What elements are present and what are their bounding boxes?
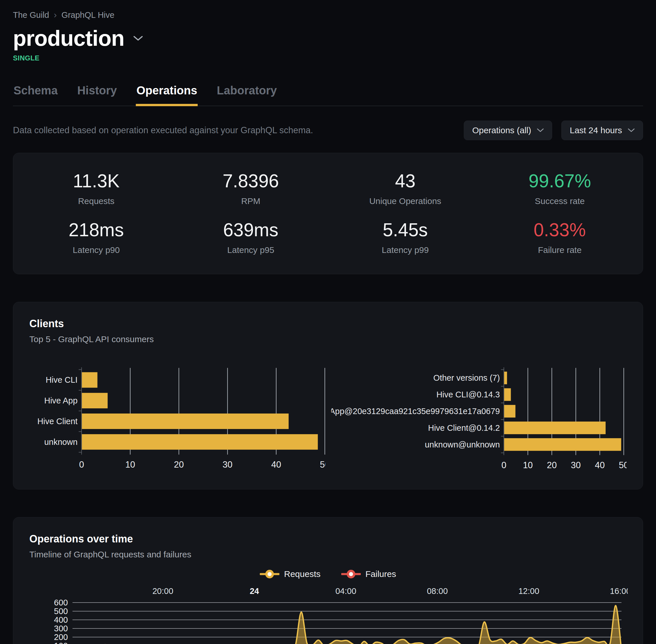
stats-summary-card: 11.3K Requests 7.8396 RPM 43 Unique Oper… [13,153,643,274]
stat-label: RPM [173,196,328,206]
svg-text:16:00: 16:00 [610,586,628,596]
svg-text:50: 50 [320,460,325,469]
stat-requests: 11.3K Requests [19,170,173,206]
stat-value: 11.3K [19,170,173,192]
clients-bar-chart-by-version: Other versions (7)Hive CLI@0.14.3Hive Ap… [331,363,627,473]
stat-value: 5.45s [328,219,483,240]
operations-filter-dropdown[interactable]: Operations (all) [464,120,552,140]
stat-latency-p99: 5.45s Latency p99 [328,219,483,255]
operations-timeline-chart: 010020030040050060020:0020:00242404:0004… [29,586,628,644]
stat-unique-operations: 43 Unique Operations [328,170,483,206]
stat-label: Requests [19,196,173,206]
svg-text:20:00: 20:00 [153,586,173,596]
svg-text:0: 0 [79,460,84,469]
line-series-marker-icon [341,570,361,579]
svg-text:Other versions (7): Other versions (7) [433,373,500,383]
time-range-dropdown[interactable]: Last 24 hours [561,120,643,140]
target-mode-badge: SINGLE [13,54,643,62]
svg-text:24: 24 [250,586,259,596]
svg-text:40: 40 [271,460,281,469]
svg-text:20: 20 [547,460,557,470]
svg-text:20: 20 [174,460,184,469]
svg-text:30: 30 [571,460,581,470]
svg-text:50: 50 [619,460,627,470]
stat-label: Failure rate [483,245,637,255]
stat-label: Latency p90 [19,245,173,255]
svg-text:40: 40 [595,460,605,470]
chevron-down-icon [628,128,635,132]
svg-text:Hive Client@0.14.2: Hive Client@0.14.2 [428,423,500,433]
page: The Guild › GraphQL Hive production SING… [0,0,656,644]
chart-legend: Requests Failures [29,569,627,579]
stat-failure-rate: 0.33% Failure rate [483,219,637,255]
svg-text:500: 500 [54,606,68,616]
stat-value: 639ms [173,219,328,240]
svg-text:200: 200 [54,632,68,642]
stat-value: 7.8396 [173,170,328,192]
svg-text:08:00: 08:00 [427,586,448,596]
breadcrumb: The Guild › GraphQL Hive [13,10,643,20]
legend-item-requests[interactable]: Requests [260,569,321,579]
svg-text:600: 600 [54,598,68,607]
svg-text:10: 10 [125,460,135,469]
svg-text:30: 30 [223,460,233,469]
stat-label: Latency p95 [173,245,328,255]
stat-success-rate: 99.67% Success rate [483,170,637,206]
svg-text:300: 300 [54,624,68,633]
clients-card: Clients Top 5 - GraphQL API consumers Hi… [13,302,643,489]
line-series-marker-icon [260,570,279,579]
tab-history[interactable]: History [76,84,117,106]
operations-card-subtitle: Timeline of GraphQL requests and failure… [29,550,627,559]
stat-value: 218ms [19,219,173,240]
svg-text:unknown: unknown [44,437,78,446]
time-range-label: Last 24 hours [570,125,622,135]
stat-rpm: 7.8396 RPM [173,170,328,206]
stat-label: Unique Operations [328,196,483,206]
clients-bar-chart-by-name: Hive CLIHive AppHive Clientunknown010203… [29,363,325,473]
legend-item-failures[interactable]: Failures [341,569,396,579]
tab-schema[interactable]: Schema [13,84,58,106]
svg-text:Hive App: Hive App [44,396,78,405]
legend-label: Requests [284,569,321,579]
breadcrumb-org-link[interactable]: The Guild [13,10,49,20]
svg-text:04:00: 04:00 [335,586,356,596]
svg-text:10: 10 [523,460,533,470]
operations-filter-label: Operations (all) [472,125,531,135]
stat-latency-p90: 218ms Latency p90 [19,219,173,255]
tab-operations[interactable]: Operations [136,84,198,106]
operations-card-title: Operations over time [29,533,627,545]
target-selector-chevron-down-icon[interactable] [133,35,143,42]
breadcrumb-project-link[interactable]: GraphQL Hive [61,10,114,20]
stat-value: 0.33% [483,219,637,240]
svg-text:Hive App@20e3129caa921c35e9979: Hive App@20e3129caa921c35e9979631e17a067… [331,407,500,416]
page-title: production [13,26,124,51]
operations-over-time-card: Operations over time Timeline of GraphQL… [13,517,643,644]
svg-text:Hive CLI@0.14.3: Hive CLI@0.14.3 [437,390,500,399]
chevron-down-icon [537,128,544,132]
svg-text:0: 0 [501,460,507,470]
svg-text:12:00: 12:00 [518,586,539,596]
stat-latency-p95: 639ms Latency p95 [173,219,328,255]
tab-bar: Schema History Operations Laboratory [13,84,643,106]
svg-text:unknown@unknown: unknown@unknown [425,440,500,449]
stat-label: Success rate [483,196,637,206]
tab-laboratory[interactable]: Laboratory [216,84,277,106]
stat-label: Latency p99 [328,245,483,255]
breadcrumb-separator-icon: › [54,10,57,19]
page-description: Data collected based on operation execut… [13,125,313,136]
clients-card-subtitle: Top 5 - GraphQL API consumers [29,335,627,344]
svg-text:Hive CLI: Hive CLI [46,375,78,385]
svg-text:400: 400 [54,615,68,624]
svg-text:Hive Client: Hive Client [38,417,78,426]
stat-value: 99.67% [483,170,637,192]
stat-value: 43 [328,170,483,192]
clients-card-title: Clients [29,318,627,330]
legend-label: Failures [366,569,396,579]
